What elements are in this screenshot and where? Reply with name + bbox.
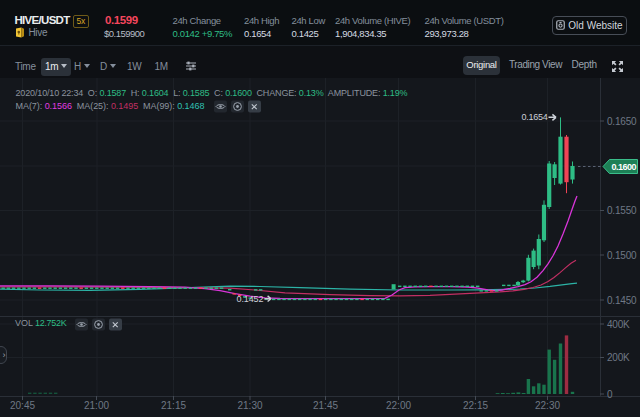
svg-text:0.1500: 0.1500 — [607, 250, 637, 261]
svg-text:20:45: 20:45 — [10, 400, 35, 411]
svg-text:0.1550: 0.1550 — [607, 205, 637, 216]
svg-text:21:45: 21:45 — [313, 400, 338, 411]
svg-text:0.1452: 0.1452 — [237, 294, 264, 304]
svg-text:21:15: 21:15 — [161, 400, 186, 411]
svg-text:22:15: 22:15 — [463, 400, 488, 411]
svg-text:0.1450: 0.1450 — [607, 295, 637, 306]
svg-text:400K: 400K — [607, 319, 630, 330]
svg-text:22:30: 22:30 — [535, 400, 560, 411]
svg-text:200K: 200K — [607, 352, 630, 363]
svg-text:0.1650: 0.1650 — [607, 116, 637, 127]
svg-text:0: 0 — [607, 389, 613, 400]
svg-text:21:30: 21:30 — [237, 400, 262, 411]
svg-text:0.1654: 0.1654 — [522, 112, 548, 122]
svg-text:0.1600: 0.1600 — [612, 162, 637, 172]
svg-text:21:00: 21:00 — [84, 400, 109, 411]
svg-text:22:00: 22:00 — [386, 400, 411, 411]
